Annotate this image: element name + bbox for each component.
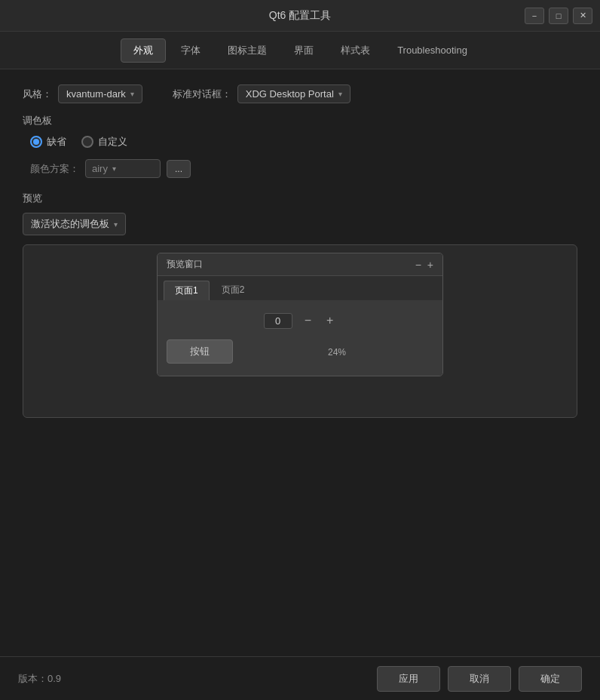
preview-label: 预览 <box>23 192 577 205</box>
footer-buttons: 应用 取消 确定 <box>377 666 582 692</box>
preview-progress-label: 24% <box>240 347 433 358</box>
preview-button[interactable]: 按钮 <box>167 339 233 364</box>
preview-titlebar-buttons: − + <box>415 259 433 271</box>
version-label: 版本： <box>18 673 47 684</box>
preview-number-row: 0 − + <box>167 312 433 329</box>
preview-titlebar: 预览窗口 − + <box>158 253 442 276</box>
titlebar-controls: − □ ✕ <box>525 8 592 24</box>
tab-troubleshooting[interactable]: Troubleshooting <box>385 40 479 60</box>
preview-tab2[interactable]: 页面2 <box>211 281 256 300</box>
minimize-button[interactable]: − <box>525 8 544 24</box>
dialog-dropdown[interactable]: XDG Desktop Portal ▾ <box>237 84 351 103</box>
preview-tabs: 页面1 页面2 <box>158 276 442 300</box>
tab-appearance[interactable]: 外观 <box>121 38 166 63</box>
radio-custom-circle <box>81 136 93 148</box>
style-row: 风格： kvantum-dark ▾ 标准对话框： XDG Desktop Po… <box>23 84 577 103</box>
radio-default-option[interactable]: 缺省 <box>30 135 66 149</box>
version-value: 0.9 <box>47 673 61 684</box>
radio-row: 缺省 自定义 <box>30 135 577 149</box>
color-scheme-arrow: ▾ <box>112 164 116 173</box>
preview-spinbox: 0 <box>264 313 292 329</box>
color-panel-section: 调色板 缺省 自定义 颜色方案： airy ▾ ... <box>23 114 577 178</box>
style-dropdown[interactable]: kvantum-dark ▾ <box>58 84 142 103</box>
color-scheme-row: 颜色方案： airy ▾ ... <box>30 159 577 178</box>
apply-button[interactable]: 应用 <box>377 666 440 692</box>
tab-interface[interactable]: 界面 <box>282 39 326 62</box>
window-title: Qt6 配置工具 <box>269 9 331 23</box>
radio-default-label: 缺省 <box>47 135 66 149</box>
style-dropdown-arrow: ▾ <box>130 90 134 98</box>
preview-progress-wrapper: 24% <box>240 345 433 358</box>
preview-minimize-btn[interactable]: − <box>415 259 421 271</box>
cancel-button[interactable]: 取消 <box>448 666 511 692</box>
ellipsis-button[interactable]: ... <box>167 160 191 178</box>
maximize-button[interactable]: □ <box>549 8 568 24</box>
tab-stylesheet[interactable]: 样式表 <box>329 39 382 62</box>
ok-button[interactable]: 确定 <box>519 666 582 692</box>
active-state-arrow: ▾ <box>114 220 118 229</box>
dialog-label: 标准对话框： <box>173 88 231 101</box>
preview-window-container: 预览窗口 − + 页面1 页面2 0 <box>23 244 577 418</box>
dialog-dropdown-arrow: ▾ <box>338 90 342 98</box>
tab-icons[interactable]: 图标主题 <box>216 39 279 62</box>
preview-tab1[interactable]: 页面1 <box>164 281 210 300</box>
preview-controls-row: 按钮 24% <box>167 339 433 364</box>
preview-minus-btn[interactable]: − <box>302 312 314 329</box>
color-scheme-label: 颜色方案： <box>30 162 79 176</box>
preview-section: 预览 激活状态的调色板 ▾ 预览窗口 − + 页面1 页面2 <box>23 192 577 418</box>
radio-custom-option[interactable]: 自定义 <box>81 135 127 149</box>
dialog-field: 标准对话框： XDG Desktop Portal ▾ <box>173 84 351 103</box>
footer: 版本：0.9 应用 取消 确定 <box>0 656 600 700</box>
radio-default-circle <box>30 136 42 148</box>
style-value: kvantum-dark <box>66 88 126 100</box>
preview-window: 预览窗口 − + 页面1 页面2 0 <box>157 253 443 376</box>
style-label: 风格： <box>23 88 52 101</box>
active-state-label: 激活状态的调色板 <box>31 217 109 231</box>
preview-plus-btn[interactable]: + <box>323 312 336 329</box>
tabbar: 外观 字体 图标主题 界面 样式表 Troubleshooting <box>0 32 600 69</box>
color-panel-label: 调色板 <box>23 114 577 127</box>
preview-number-value: 0 <box>271 315 286 327</box>
color-scheme-value: airy <box>92 163 108 174</box>
preview-body: 0 − + 按钮 24% <box>158 300 442 376</box>
color-scheme-dropdown[interactable]: airy ▾ <box>85 159 161 178</box>
preview-window-title: 预览窗口 <box>167 258 203 271</box>
close-button[interactable]: ✕ <box>573 8 592 24</box>
titlebar: Qt6 配置工具 − □ ✕ <box>0 0 600 32</box>
style-field: 风格： kvantum-dark ▾ <box>23 84 142 103</box>
tab-font[interactable]: 字体 <box>169 39 213 62</box>
version-display: 版本：0.9 <box>18 672 61 686</box>
dialog-value: XDG Desktop Portal <box>246 88 334 100</box>
preview-maximize-btn[interactable]: + <box>427 259 433 271</box>
main-content: 风格： kvantum-dark ▾ 标准对话框： XDG Desktop Po… <box>0 69 600 656</box>
active-state-dropdown[interactable]: 激活状态的调色板 ▾ <box>23 213 126 235</box>
radio-custom-label: 自定义 <box>98 135 127 149</box>
